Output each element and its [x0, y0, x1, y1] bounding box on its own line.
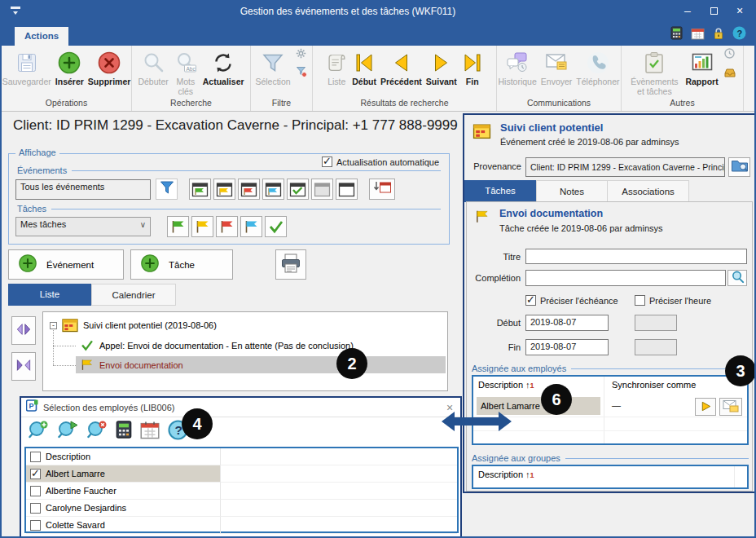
search-go-icon[interactable]: [57, 419, 79, 444]
toggle-calendar-yellow[interactable]: [213, 179, 235, 200]
toggle-calendar-check[interactable]: [287, 179, 309, 200]
groupes-table: Description ↑1: [472, 465, 749, 489]
last-result-button[interactable]: Fin: [459, 47, 486, 87]
sync-mail-button[interactable]: [719, 398, 742, 416]
tab-actions[interactable]: Actions: [15, 27, 68, 46]
toggle-calendar-gray[interactable]: [311, 179, 333, 200]
titre-field[interactable]: [525, 249, 747, 264]
employee-row[interactable]: Carolyne Desjardins: [26, 500, 457, 517]
employee-row[interactable]: Albert Lamarre: [26, 465, 457, 483]
toggle-calendar-blue[interactable]: [262, 179, 284, 200]
funnel-icon: [260, 48, 286, 77]
help-icon[interactable]: ?: [732, 26, 746, 43]
tree-item-envoi[interactable]: Envoi documentation: [79, 357, 183, 373]
selection-filter-button[interactable]: Sélection: [253, 47, 292, 87]
groupes-col1-header[interactable]: Description ↑1: [478, 470, 534, 479]
first-result-button[interactable]: Début: [350, 47, 378, 87]
toggle-calendar-green[interactable]: [189, 179, 211, 200]
tab-taches[interactable]: Tâches: [464, 180, 536, 202]
funnel-remove-icon[interactable]: [296, 66, 307, 81]
calendar-icon[interactable]: [691, 27, 705, 43]
checkbox-unchecked-icon[interactable]: [30, 520, 41, 531]
employes-col1-header[interactable]: Description ↑1: [478, 380, 534, 390]
employee-list-header[interactable]: Description: [26, 448, 457, 465]
tree-collapse-icon[interactable]: -: [50, 322, 57, 329]
tab-associations[interactable]: Associations: [608, 180, 689, 202]
maximize-button[interactable]: [701, 0, 727, 23]
start-search-button[interactable]: Débuter: [136, 47, 169, 87]
events-tasks-button[interactable]: Évènements et tâches: [626, 47, 683, 97]
insert-button[interactable]: Insérer: [54, 47, 86, 87]
delete-button[interactable]: Supprimer: [86, 47, 133, 87]
inbox-icon[interactable]: [723, 67, 736, 82]
toggle-flag-yellow[interactable]: [191, 216, 213, 237]
tab-calendrier[interactable]: Calendrier: [91, 284, 176, 306]
fin-date-field[interactable]: 2019-08-07: [525, 339, 609, 355]
tree-item-appel[interactable]: Appel: Envoi de documentation - En atten…: [79, 337, 354, 354]
sync-run-button[interactable]: [695, 398, 716, 416]
list-button[interactable]: Liste: [323, 47, 349, 87]
history-clock-icon[interactable]: [723, 47, 736, 63]
sort-by-date-button[interactable]: [369, 179, 395, 200]
echeance-checkbox[interactable]: Préciser l'échéance: [525, 295, 618, 306]
tree-root-row[interactable]: - Suivi client potentiel (2019-08-06): [50, 317, 217, 333]
search-remove-icon[interactable]: [86, 419, 108, 444]
employes-col2-header[interactable]: Synchroniser comme: [612, 380, 696, 390]
minimize-button[interactable]: –: [675, 0, 701, 23]
save-button[interactable]: Sauvegarder: [1, 47, 53, 87]
completion-lookup-button[interactable]: [727, 270, 747, 286]
gear-icon[interactable]: [296, 47, 307, 62]
employee-row[interactable]: Colette Savard: [26, 517, 457, 534]
toggle-flag-red[interactable]: [216, 216, 238, 237]
group-communications: Historique Envoyer Téléphoner Communicat…: [497, 46, 622, 111]
checkbox-unchecked-icon[interactable]: [30, 486, 41, 496]
previous-result-button[interactable]: Précédent: [379, 47, 424, 87]
taches-filter-select[interactable]: Mes tâches∨: [15, 217, 151, 236]
add-event-button[interactable]: Événement: [8, 249, 124, 280]
checkbox-unchecked-icon[interactable]: [30, 452, 41, 462]
history-button[interactable]: Historique: [497, 47, 538, 87]
toggle-task-check[interactable]: [265, 216, 287, 237]
checkbox-checked-icon[interactable]: [30, 469, 41, 479]
debut-date-field[interactable]: 2019-08-07: [525, 315, 609, 331]
print-button[interactable]: [275, 249, 306, 280]
completion-field[interactable]: [525, 270, 726, 286]
evenements-filter-button[interactable]: [156, 179, 178, 200]
expand-all-button[interactable]: [11, 316, 36, 345]
calculator-icon[interactable]: [670, 26, 683, 43]
phone-icon: [585, 48, 611, 77]
debut-time-field[interactable]: [635, 315, 677, 331]
report-button[interactable]: Rapport: [683, 47, 719, 87]
search-add-icon[interactable]: [28, 419, 50, 444]
close-button[interactable]: ×: [727, 0, 753, 23]
phone-button[interactable]: Téléphoner: [574, 47, 621, 87]
group-label: Autres: [622, 98, 743, 111]
refresh-button[interactable]: Actualiser: [201, 47, 246, 87]
employee-selection-dialog: P Sélection des employés (LIB006) × ? De…: [20, 396, 462, 538]
lock-icon[interactable]: [713, 27, 724, 43]
toggle-flag-blue[interactable]: [240, 216, 262, 237]
send-button[interactable]: Envoyer: [539, 47, 574, 87]
employee-row[interactable]: Albertine Faucher: [26, 483, 457, 500]
app-window: Gestion des événements et des tâches (WK…: [0, 0, 756, 538]
fin-time-field[interactable]: [635, 339, 677, 355]
tab-notes[interactable]: Notes: [536, 180, 608, 202]
toggle-calendar-plain[interactable]: [336, 179, 358, 200]
arrow-down-calendar-icon: [372, 179, 392, 199]
provenance-lookup-button[interactable]: [728, 157, 750, 177]
toggle-flag-green[interactable]: [167, 216, 189, 237]
checkbox-unchecked-icon[interactable]: [30, 503, 41, 514]
keywords-button[interactable]: Abc Mots clés: [171, 47, 200, 97]
toggle-calendar-red[interactable]: [238, 179, 260, 200]
evenements-filter-field[interactable]: Tous les événements: [15, 179, 151, 200]
blue-funnel-icon: [159, 179, 175, 199]
collapse-all-button[interactable]: [11, 352, 36, 381]
calculator-icon[interactable]: [116, 420, 132, 443]
provenance-field[interactable]: Client: ID PRIM 1299 - Excavation Cavern…: [525, 157, 725, 177]
heure-checkbox[interactable]: Préciser l'heure: [635, 295, 711, 306]
add-task-button[interactable]: Tâche: [130, 249, 233, 280]
tab-liste[interactable]: Liste: [8, 284, 91, 306]
next-result-button[interactable]: Suivant: [424, 47, 459, 87]
evenements-controls: Tous les événements: [15, 179, 395, 200]
calendar-icon[interactable]: [139, 421, 160, 443]
